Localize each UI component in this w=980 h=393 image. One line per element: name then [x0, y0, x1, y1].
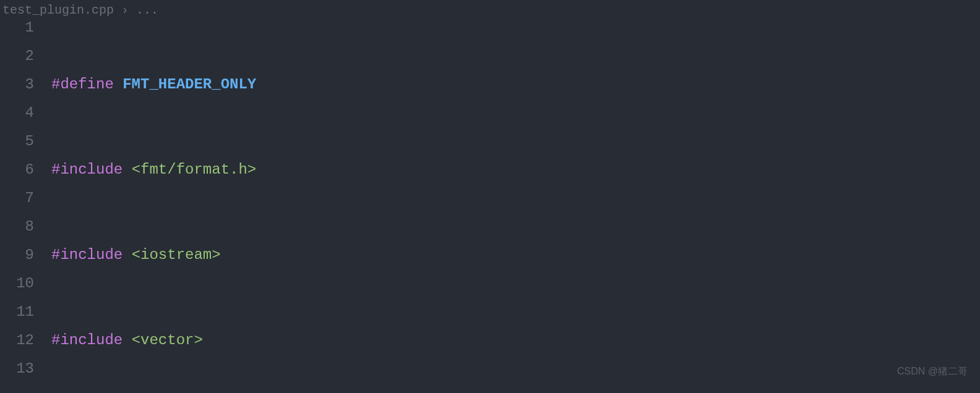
line-number: 10 — [0, 269, 34, 298]
line-number: 7 — [0, 184, 34, 213]
code-line: #define FMT_HEADER_ONLY — [51, 70, 980, 99]
directive: #include — [51, 161, 132, 178]
line-number: 3 — [0, 70, 34, 99]
include-path: <fmt/format.h> — [132, 161, 257, 178]
directive: #define — [51, 76, 123, 93]
directive: #include — [51, 247, 132, 263]
code-line: #include <iostream> — [51, 241, 980, 269]
code-line: #include <fmt/format.h> — [51, 156, 980, 184]
line-number: 11 — [0, 298, 34, 326]
line-number: 12 — [0, 326, 34, 355]
include-path: <iostream> — [132, 247, 221, 263]
line-number: 4 — [0, 99, 34, 127]
line-number: 6 — [0, 156, 34, 184]
line-number-gutter: 1 2 3 4 5 6 7 8 9 10 11 12 13 — [0, 0, 34, 393]
line-number: 5 — [0, 127, 34, 156]
breadcrumb: test_plugin.cpp › ... — [0, 0, 158, 25]
macro-name: FMT_HEADER_ONLY — [123, 76, 256, 93]
line-number: 2 — [0, 42, 34, 70]
line-number: 8 — [0, 213, 34, 241]
line-number: 9 — [0, 241, 34, 269]
code-line: #include <vector> — [51, 326, 980, 355]
directive: #include — [51, 332, 132, 349]
code-area[interactable]: #define FMT_HEADER_ONLY #include <fmt/fo… — [34, 0, 980, 393]
watermark: CSDN @猪二哥 — [897, 357, 968, 386]
include-path: <vector> — [132, 332, 203, 349]
line-number: 13 — [0, 355, 34, 383]
code-editor[interactable]: 1 2 3 4 5 6 7 8 9 10 11 12 13 #define FM… — [0, 0, 980, 393]
